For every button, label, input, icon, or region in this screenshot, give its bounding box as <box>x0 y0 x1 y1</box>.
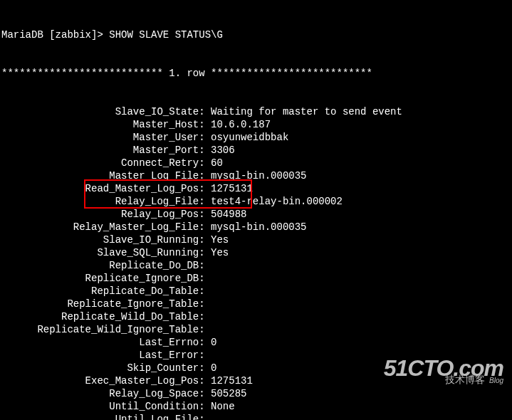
status-row: Relay_Master_Log_File: mysql-bin.000035 <box>1 221 511 233</box>
status-row: Relay_Log_Pos: 504988 <box>1 208 511 221</box>
field-separator: : <box>199 144 211 157</box>
field-value: osyunweidbbak <box>211 131 288 144</box>
field-value: Waiting for master to send event <box>211 105 402 118</box>
field-label: Until_Log_File <box>1 413 199 420</box>
field-separator: : <box>199 400 211 413</box>
field-label: Master_Log_File <box>1 169 199 182</box>
status-row: Last_Errno: 0 <box>1 336 511 349</box>
field-label: Until_Condition <box>1 400 199 413</box>
status-row: Exec_Master_Log_Pos: 1275131 <box>1 374 511 387</box>
field-separator: : <box>199 259 211 272</box>
status-row: Slave_SQL_Running: Yes <box>1 246 511 259</box>
field-separator: : <box>199 169 211 182</box>
field-label: Connect_Retry <box>1 157 199 169</box>
sql-prompt: MariaDB [zabbix]> <box>1 28 109 41</box>
field-label: Exec_Master_Log_Pos <box>1 374 199 387</box>
field-separator: : <box>199 131 211 144</box>
field-value: 60 <box>211 157 223 169</box>
status-row: Master_Log_File: mysql-bin.000035 <box>1 169 511 182</box>
field-separator: : <box>199 285 211 298</box>
field-separator: : <box>199 374 211 387</box>
sql-command: SHOW SLAVE STATUS\G <box>109 28 223 41</box>
status-fields: Slave_IO_State: Waiting for master to se… <box>1 105 511 420</box>
field-label: Slave_IO_State <box>1 105 199 118</box>
field-label: Relay_Log_Pos <box>1 208 199 221</box>
field-label: Last_Errno <box>1 336 199 349</box>
status-row: Master_Port: 3306 <box>1 144 511 157</box>
field-separator: : <box>199 105 211 118</box>
status-row: Until_Log_File: <box>1 413 511 420</box>
field-label: Replicate_Wild_Do_Table <box>1 310 199 323</box>
field-value: Yes <box>211 233 229 246</box>
field-separator: : <box>199 246 211 259</box>
field-separator: : <box>199 298 211 310</box>
command-line: MariaDB [zabbix]> SHOW SLAVE STATUS\G <box>1 28 511 41</box>
field-separator: : <box>199 310 211 323</box>
status-row: Relay_Log_Space: 505285 <box>1 387 511 400</box>
field-value: Yes <box>211 246 229 259</box>
field-label: Relay_Master_Log_File <box>1 221 199 233</box>
field-separator: : <box>199 336 211 349</box>
status-row: Master_Host: 10.6.0.187 <box>1 118 511 131</box>
status-row: Master_User: osyunweidbbak <box>1 131 511 144</box>
status-row: Slave_IO_Running: Yes <box>1 233 511 246</box>
field-value: 0 <box>211 362 216 374</box>
field-label: Skip_Counter <box>1 362 199 374</box>
field-separator: : <box>199 195 211 208</box>
field-value: test4-relay-bin.000002 <box>211 195 343 208</box>
field-label: Slave_IO_Running <box>1 233 199 246</box>
status-row: Skip_Counter: 0 <box>1 362 511 374</box>
field-label: Replicate_Ignore_Table <box>1 298 199 310</box>
field-label: Relay_Log_File <box>1 195 199 208</box>
terminal-output: MariaDB [zabbix]> SHOW SLAVE STATUS\G **… <box>0 0 512 420</box>
field-separator: : <box>199 157 211 169</box>
status-row: Replicate_Do_Table: <box>1 285 511 298</box>
row-header-right: *************************** <box>205 67 372 80</box>
field-value: 3306 <box>211 144 235 157</box>
status-row: Replicate_Wild_Do_Table: <box>1 310 511 323</box>
field-label: Read_Master_Log_Pos <box>1 182 199 195</box>
field-value: 1275131 <box>211 374 253 387</box>
field-value: 10.6.0.187 <box>211 118 271 131</box>
field-label: Relay_Log_Space <box>1 387 199 400</box>
field-label: Master_Port <box>1 144 199 157</box>
field-value: 505285 <box>211 387 246 400</box>
field-value: None <box>211 400 235 413</box>
status-row: Relay_Log_File: test4-relay-bin.000002 <box>1 195 511 208</box>
field-value: 1275131 <box>211 182 253 195</box>
status-row: Replicate_Ignore_Table: <box>1 298 511 310</box>
field-separator: : <box>199 182 211 195</box>
field-label: Replicate_Wild_Ignore_Table <box>1 323 199 336</box>
field-separator: : <box>199 349 211 362</box>
row-header-left: *************************** <box>1 67 169 80</box>
field-label: Replicate_Ignore_DB <box>1 272 199 285</box>
field-value: mysql-bin.000035 <box>211 221 306 233</box>
field-separator: : <box>199 387 211 400</box>
field-label: Master_Host <box>1 118 199 131</box>
field-label: Last_Error <box>1 349 199 362</box>
status-row: Read_Master_Log_Pos: 1275131 <box>1 182 511 195</box>
status-row: Replicate_Wild_Ignore_Table: <box>1 323 511 336</box>
status-row: Slave_IO_State: Waiting for master to se… <box>1 105 511 118</box>
field-separator: : <box>199 413 211 420</box>
status-row: Until_Condition: None <box>1 400 511 413</box>
status-row: Last_Error: <box>1 349 511 362</box>
field-label: Slave_SQL_Running <box>1 246 199 259</box>
field-separator: : <box>199 323 211 336</box>
field-label: Master_User <box>1 131 199 144</box>
field-value: mysql-bin.000035 <box>211 169 306 182</box>
field-separator: : <box>199 118 211 131</box>
field-value: 0 <box>211 336 216 349</box>
field-label: Replicate_Do_Table <box>1 285 199 298</box>
field-separator: : <box>199 362 211 374</box>
field-value: 504988 <box>211 208 246 221</box>
field-separator: : <box>199 272 211 285</box>
field-separator: : <box>199 233 211 246</box>
row-header: *************************** 1. row *****… <box>1 67 511 80</box>
status-row: Replicate_Do_DB: <box>1 259 511 272</box>
status-row: Connect_Retry: 60 <box>1 157 511 169</box>
status-row: Replicate_Ignore_DB: <box>1 272 511 285</box>
field-separator: : <box>199 208 211 221</box>
row-header-mid: 1. row <box>169 67 204 80</box>
field-label: Replicate_Do_DB <box>1 259 199 272</box>
